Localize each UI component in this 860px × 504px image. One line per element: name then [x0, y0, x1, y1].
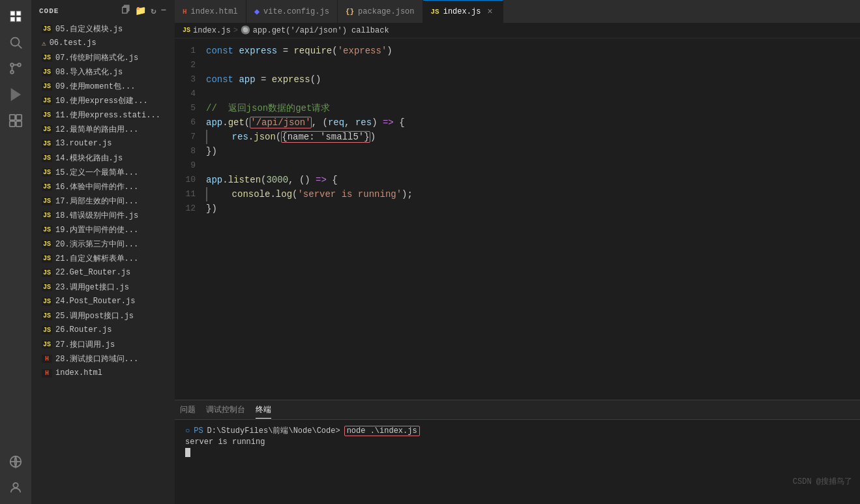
sidebar-file-item[interactable]: JS22.Get_Router.js	[31, 265, 175, 280]
sidebar-file-item[interactable]: JS21.自定义解析表单...	[31, 251, 175, 265]
file-name: 20.演示第三方中间...	[55, 239, 138, 250]
extensions-icon[interactable]	[5, 110, 27, 132]
sidebar-header-icons: 🗍 📁 ↻ −	[121, 5, 167, 16]
sidebar-file-item[interactable]: JS20.演示第三方中间...	[31, 237, 175, 251]
sidebar-file-item[interactable]: JS12.最简单的路由用...	[31, 122, 175, 136]
js-file-icon: JS	[42, 68, 52, 76]
code-line-9: 9	[175, 158, 860, 173]
line-content-2	[206, 58, 855, 72]
tab-package-json[interactable]: {} package.json	[338, 0, 423, 23]
svg-rect-12	[10, 121, 15, 126]
js-file-icon: JS	[42, 254, 52, 263]
code-line-7: 7 res.json({name: 'small5'})	[175, 130, 860, 144]
sidebar-files: JS05.自定义模块.js⚠06.test.jsJS07.传统时间格式化.jsJ…	[31, 22, 175, 504]
file-name: 08.导入格式化.js	[55, 67, 123, 78]
sidebar-file-item[interactable]: JS18.错误级别中间件.js	[31, 208, 175, 222]
line-num-4: 4	[180, 87, 206, 101]
tab-index-html[interactable]: H index.html	[175, 0, 246, 23]
js-file-icon: JS	[42, 96, 52, 105]
refresh-icon[interactable]: ↻	[151, 5, 156, 16]
js-file-icon: JS	[42, 326, 52, 334]
sidebar-file-item[interactable]: JS08.导入格式化.js	[31, 65, 175, 79]
search-icon[interactable]	[5, 31, 27, 53]
sidebar-file-item[interactable]: JS14.模块化路由.js	[31, 151, 175, 165]
source-control-icon[interactable]	[5, 57, 27, 80]
file-name: 12.最简单的路由用...	[55, 124, 138, 135]
panel-tab-terminal[interactable]: 终端	[256, 402, 271, 419]
sidebar-file-item[interactable]: JS11.使用express.stati...	[31, 108, 175, 122]
sidebar-file-item[interactable]: JS10.使用express创建...	[31, 93, 175, 108]
file-name: 09.使用moment包...	[55, 81, 135, 92]
svg-point-4	[11, 38, 20, 46]
remote-icon[interactable]	[5, 451, 27, 473]
js-file-icon: JS	[42, 111, 52, 119]
file-name: 10.使用express创建...	[55, 95, 148, 106]
panel-tab-debug[interactable]: 调试控制台	[206, 402, 245, 418]
line-num-9: 9	[180, 158, 206, 173]
code-line-8: 8 })	[175, 144, 860, 158]
tab-vite-config[interactable]: ◆ vite.config.js	[246, 0, 338, 23]
account-icon[interactable]	[5, 477, 27, 499]
sidebar-file-item[interactable]: ⚠06.test.js	[31, 36, 175, 50]
code-line-2: 2	[175, 58, 860, 72]
tab-label-index-html: index.html	[191, 7, 238, 16]
sidebar-file-item[interactable]: JS16.体验中间件的作...	[31, 179, 175, 194]
new-folder-icon[interactable]: 📁	[135, 5, 147, 16]
tabs-bar: H index.html ◆ vite.config.js {} package…	[175, 0, 860, 23]
html-file-icon: H	[42, 355, 52, 363]
terminal-cursor	[185, 448, 190, 457]
run-icon[interactable]	[5, 83, 27, 106]
file-name: 06.test.js	[50, 38, 96, 48]
sidebar-file-item[interactable]: JS15.定义一个最简单...	[31, 165, 175, 179]
panel-content: ○ PS D:\StudyFiles\前端\Node\Code> node .\…	[175, 420, 860, 504]
svg-rect-3	[17, 18, 21, 22]
terminal-line-2: server is running	[185, 437, 850, 447]
sidebar-file-item[interactable]: H28.测试接口跨域问...	[31, 351, 175, 366]
sidebar-file-item[interactable]: JS19.内置中间件的使...	[31, 222, 175, 237]
js-file-icon: JS	[42, 125, 52, 134]
file-name: 23.调用get接口.js	[55, 282, 129, 293]
file-name: 11.使用express.stati...	[55, 110, 160, 121]
file-name: 14.模块化路由.js	[55, 153, 123, 164]
sidebar-file-item[interactable]: JS09.使用moment包...	[31, 79, 175, 93]
sidebar-file-item[interactable]: JS26.Router.js	[31, 323, 175, 337]
sidebar-file-item[interactable]: JS05.自定义模块.js	[31, 22, 175, 36]
sidebar-file-item[interactable]: Hindex.html	[31, 366, 175, 380]
new-file-icon[interactable]: 🗍	[121, 5, 131, 16]
sidebar-file-item[interactable]: JS27.接口调用.js	[31, 337, 175, 351]
code-line-4: 4	[175, 87, 860, 101]
sidebar-file-item[interactable]: JS24.Post_Router.js	[31, 294, 175, 308]
line-content-8: })	[206, 144, 855, 158]
editor-area[interactable]: 1 const express = require('express') 2 3…	[175, 38, 860, 400]
panel-tab-problems[interactable]: 问题	[180, 402, 196, 418]
html-file-icon: H	[42, 369, 52, 378]
line-num-1: 1	[180, 44, 206, 58]
svg-rect-1	[11, 18, 15, 22]
file-name: 13.router.js	[55, 139, 111, 148]
file-name: 25.调用post接口.js	[55, 310, 134, 321]
watermark: CSDN @搜捕鸟了	[793, 476, 852, 487]
sidebar-file-item[interactable]: JS23.调用get接口.js	[31, 280, 175, 294]
line-num-7: 7	[180, 130, 206, 144]
tab-index-js[interactable]: JS index.js ×	[423, 0, 504, 23]
explorer-icon[interactable]	[5, 5, 27, 27]
line-content-12: })	[206, 201, 855, 216]
breadcrumb: JS index.js > 🔘 app.get('/api/json') cal…	[175, 23, 860, 38]
code-line-11: 11 console.log('server is running');	[175, 187, 860, 201]
js-file-icon: JS	[42, 226, 52, 234]
sidebar-file-item[interactable]: JS17.局部生效的中间...	[31, 194, 175, 208]
sidebar-file-item[interactable]: JS13.router.js	[31, 136, 175, 151]
line-content-1: const express = require('express')	[206, 44, 855, 58]
code-line-5: 5 // 返回json数据的get请求	[175, 101, 860, 115]
sidebar-file-item[interactable]: JS07.传统时间格式化.js	[31, 50, 175, 65]
line-num-12: 12	[180, 201, 206, 216]
svg-point-6	[10, 63, 14, 67]
tab-close-index-js[interactable]: ×	[484, 7, 495, 17]
sidebar-file-item[interactable]: JS25.调用post接口.js	[31, 308, 175, 323]
file-name: 15.定义一个最简单...	[55, 167, 138, 178]
js-file-icon: JS	[42, 82, 52, 91]
activity-bar	[0, 0, 31, 504]
line-num-10: 10	[180, 173, 206, 187]
collapse-icon[interactable]: −	[161, 5, 167, 16]
line-content-11: console.log('server is running');	[206, 187, 855, 201]
